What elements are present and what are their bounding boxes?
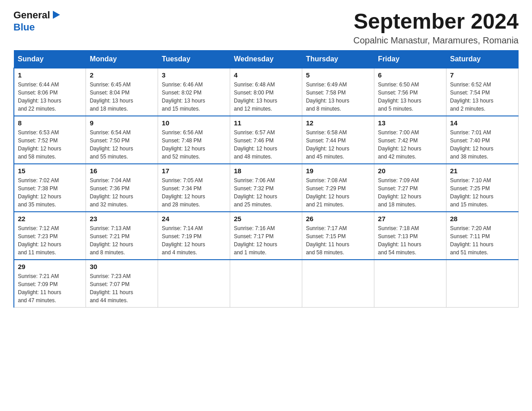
day-info: Sunrise: 7:01 AMSunset: 7:40 PMDaylight:… (450, 128, 515, 161)
calendar-week-row: 1Sunrise: 6:44 AMSunset: 8:06 PMDaylight… (14, 68, 519, 116)
day-info: Sunrise: 6:52 AMSunset: 7:54 PMDaylight:… (450, 81, 515, 113)
day-info: Sunrise: 7:06 AMSunset: 7:32 PMDaylight:… (234, 176, 298, 209)
calendar-day-cell: 17Sunrise: 7:05 AMSunset: 7:34 PMDayligh… (158, 164, 230, 212)
day-number: 18 (234, 167, 298, 175)
logo: General Blue (13, 9, 61, 33)
calendar-week-row: 29Sunrise: 7:21 AMSunset: 7:09 PMDayligh… (14, 260, 519, 308)
day-number: 26 (306, 215, 370, 223)
calendar-header-row: SundayMondayTuesdayWednesdayThursdayFrid… (14, 51, 519, 68)
calendar-day-cell (230, 260, 302, 308)
calendar-day-cell: 9Sunrise: 6:54 AMSunset: 7:50 PMDaylight… (86, 116, 158, 164)
calendar-week-row: 8Sunrise: 6:53 AMSunset: 7:52 PMDaylight… (14, 116, 519, 164)
day-info: Sunrise: 7:05 AMSunset: 7:34 PMDaylight:… (162, 176, 226, 209)
day-info: Sunrise: 6:46 AMSunset: 8:02 PMDaylight:… (162, 81, 226, 113)
day-number: 12 (306, 119, 370, 127)
day-info: Sunrise: 7:21 AMSunset: 7:09 PMDaylight:… (18, 272, 82, 304)
day-info: Sunrise: 7:23 AMSunset: 7:07 PMDaylight:… (90, 272, 154, 304)
day-number: 30 (90, 263, 154, 270)
calendar-day-cell: 28Sunrise: 7:20 AMSunset: 7:11 PMDayligh… (446, 212, 519, 260)
day-info: Sunrise: 6:44 AMSunset: 8:06 PMDaylight:… (18, 81, 82, 113)
day-info: Sunrise: 7:00 AMSunset: 7:42 PMDaylight:… (378, 128, 442, 161)
day-number: 17 (162, 167, 226, 175)
day-info: Sunrise: 7:14 AMSunset: 7:19 PMDaylight:… (162, 224, 226, 257)
calendar-day-cell: 5Sunrise: 6:49 AMSunset: 7:58 PMDaylight… (302, 68, 374, 116)
page-header: General Blue September 2024 Copalnic Man… (13, 9, 519, 46)
day-info: Sunrise: 6:53 AMSunset: 7:52 PMDaylight:… (18, 128, 82, 161)
calendar-day-cell: 4Sunrise: 6:48 AMSunset: 8:00 PMDaylight… (230, 68, 302, 116)
calendar-day-cell: 23Sunrise: 7:13 AMSunset: 7:21 PMDayligh… (86, 212, 158, 260)
calendar-day-cell: 11Sunrise: 6:57 AMSunset: 7:46 PMDayligh… (230, 116, 302, 164)
calendar-day-cell: 8Sunrise: 6:53 AMSunset: 7:52 PMDaylight… (14, 116, 86, 164)
calendar-day-cell: 24Sunrise: 7:14 AMSunset: 7:19 PMDayligh… (158, 212, 230, 260)
calendar-day-cell: 29Sunrise: 7:21 AMSunset: 7:09 PMDayligh… (14, 260, 86, 308)
day-number: 7 (450, 71, 515, 79)
day-info: Sunrise: 7:04 AMSunset: 7:36 PMDaylight:… (90, 176, 154, 209)
day-header-sunday: Sunday (14, 51, 86, 68)
day-info: Sunrise: 7:10 AMSunset: 7:25 PMDaylight:… (450, 176, 515, 209)
calendar-day-cell: 3Sunrise: 6:46 AMSunset: 8:02 PMDaylight… (158, 68, 230, 116)
day-number: 2 (90, 71, 154, 79)
day-number: 8 (18, 119, 82, 127)
day-info: Sunrise: 7:17 AMSunset: 7:15 PMDaylight:… (306, 224, 370, 257)
svg-marker-0 (53, 11, 60, 19)
calendar-day-cell: 18Sunrise: 7:06 AMSunset: 7:32 PMDayligh… (230, 164, 302, 212)
day-number: 28 (450, 215, 515, 223)
day-number: 21 (450, 167, 515, 175)
day-info: Sunrise: 6:49 AMSunset: 7:58 PMDaylight:… (306, 81, 370, 113)
day-info: Sunrise: 6:48 AMSunset: 8:00 PMDaylight:… (234, 81, 298, 113)
day-header-tuesday: Tuesday (158, 51, 230, 68)
title-section: September 2024 Copalnic Manastur, Maramu… (353, 9, 519, 46)
logo-arrow-icon (51, 10, 61, 20)
day-header-monday: Monday (86, 51, 158, 68)
day-number: 4 (234, 71, 298, 79)
day-number: 5 (306, 71, 370, 79)
calendar-day-cell: 13Sunrise: 7:00 AMSunset: 7:42 PMDayligh… (374, 116, 446, 164)
day-header-saturday: Saturday (446, 51, 519, 68)
calendar-day-cell: 12Sunrise: 6:58 AMSunset: 7:44 PMDayligh… (302, 116, 374, 164)
day-number: 25 (234, 215, 298, 223)
location-subtitle: Copalnic Manastur, Maramures, Romania (353, 35, 519, 46)
calendar-day-cell: 15Sunrise: 7:02 AMSunset: 7:38 PMDayligh… (14, 164, 86, 212)
day-number: 24 (162, 215, 226, 223)
day-number: 27 (378, 215, 442, 223)
calendar-day-cell: 21Sunrise: 7:10 AMSunset: 7:25 PMDayligh… (446, 164, 519, 212)
calendar-day-cell: 22Sunrise: 7:12 AMSunset: 7:23 PMDayligh… (14, 212, 86, 260)
day-number: 13 (378, 119, 442, 127)
calendar-day-cell: 26Sunrise: 7:17 AMSunset: 7:15 PMDayligh… (302, 212, 374, 260)
day-info: Sunrise: 7:18 AMSunset: 7:13 PMDaylight:… (378, 224, 442, 257)
day-number: 15 (18, 167, 82, 175)
calendar-day-cell: 30Sunrise: 7:23 AMSunset: 7:07 PMDayligh… (86, 260, 158, 308)
calendar-week-row: 15Sunrise: 7:02 AMSunset: 7:38 PMDayligh… (14, 164, 519, 212)
day-info: Sunrise: 6:54 AMSunset: 7:50 PMDaylight:… (90, 128, 154, 161)
calendar-day-cell: 2Sunrise: 6:45 AMSunset: 8:04 PMDaylight… (86, 68, 158, 116)
day-info: Sunrise: 7:20 AMSunset: 7:11 PMDaylight:… (450, 224, 515, 257)
day-info: Sunrise: 6:57 AMSunset: 7:46 PMDaylight:… (234, 128, 298, 161)
calendar-day-cell: 25Sunrise: 7:16 AMSunset: 7:17 PMDayligh… (230, 212, 302, 260)
calendar-day-cell: 14Sunrise: 7:01 AMSunset: 7:40 PMDayligh… (446, 116, 519, 164)
day-info: Sunrise: 7:13 AMSunset: 7:21 PMDaylight:… (90, 224, 154, 257)
day-info: Sunrise: 7:16 AMSunset: 7:17 PMDaylight:… (234, 224, 298, 257)
day-info: Sunrise: 7:08 AMSunset: 7:29 PMDaylight:… (306, 176, 370, 209)
day-header-wednesday: Wednesday (230, 51, 302, 68)
calendar-day-cell: 6Sunrise: 6:50 AMSunset: 7:56 PMDaylight… (374, 68, 446, 116)
day-info: Sunrise: 7:12 AMSunset: 7:23 PMDaylight:… (18, 224, 82, 257)
calendar-table: SundayMondayTuesdayWednesdayThursdayFrid… (13, 50, 519, 308)
day-info: Sunrise: 6:50 AMSunset: 7:56 PMDaylight:… (378, 81, 442, 113)
calendar-day-cell (302, 260, 374, 308)
day-number: 3 (162, 71, 226, 79)
day-info: Sunrise: 7:02 AMSunset: 7:38 PMDaylight:… (18, 176, 82, 209)
day-header-friday: Friday (374, 51, 446, 68)
calendar-day-cell (158, 260, 230, 308)
day-number: 11 (234, 119, 298, 127)
day-info: Sunrise: 6:45 AMSunset: 8:04 PMDaylight:… (90, 81, 154, 113)
month-title: September 2024 (353, 9, 519, 34)
calendar-day-cell: 16Sunrise: 7:04 AMSunset: 7:36 PMDayligh… (86, 164, 158, 212)
day-number: 10 (162, 119, 226, 127)
day-number: 23 (90, 215, 154, 223)
calendar-week-row: 22Sunrise: 7:12 AMSunset: 7:23 PMDayligh… (14, 212, 519, 260)
calendar-day-cell: 20Sunrise: 7:09 AMSunset: 7:27 PMDayligh… (374, 164, 446, 212)
calendar-day-cell: 1Sunrise: 6:44 AMSunset: 8:06 PMDaylight… (14, 68, 86, 116)
day-number: 22 (18, 215, 82, 223)
day-number: 29 (18, 263, 82, 270)
day-number: 1 (18, 71, 82, 79)
